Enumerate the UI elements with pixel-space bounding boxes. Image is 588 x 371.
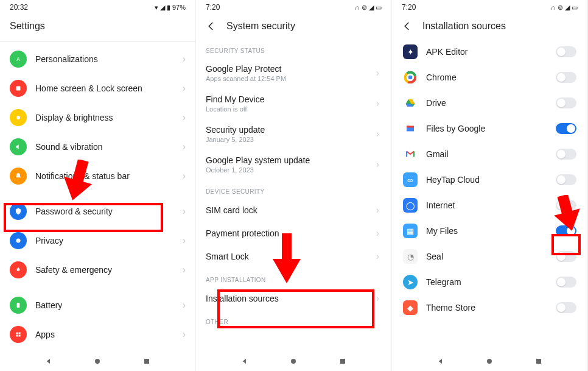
svg-point-9 (95, 359, 100, 364)
toggle[interactable] (556, 123, 576, 134)
toggle[interactable] (556, 97, 576, 108)
row-payment-protection[interactable]: Payment protection › (196, 222, 391, 245)
app-files[interactable]: Files by Google (392, 116, 587, 141)
item-sound[interactable]: Sound & vibration › (0, 132, 195, 161)
clock: 7:20 (402, 3, 416, 12)
sources-list[interactable]: ✦ APK Editor Chrome Drive Files by Googl… (392, 39, 587, 350)
row-security-update[interactable]: Security updateJanuary 5, 2023 › (196, 119, 391, 149)
recents-nav-icon[interactable] (142, 356, 152, 366)
chevron-right-icon: › (376, 293, 379, 304)
item-apps[interactable]: Apps › (0, 320, 195, 349)
signal-icon: ◢ (369, 4, 374, 12)
status-bar: 7:20 ∩ ⊚ ◢ ▭ (196, 0, 391, 15)
back-nav-icon[interactable] (240, 356, 250, 366)
page-header: System security (196, 15, 391, 39)
app-theme-store[interactable]: ◆ Theme Store (392, 295, 587, 320)
nav-bar (0, 350, 195, 371)
home-nav-icon[interactable] (485, 356, 494, 366)
home-nav-icon[interactable] (289, 356, 298, 366)
back-nav-icon[interactable] (44, 356, 54, 366)
security-list[interactable]: SECURITY STATUS Google Play ProtectApps … (196, 39, 391, 350)
page-title: Installation sources (422, 21, 506, 32)
recents-nav-icon[interactable] (534, 356, 544, 366)
telegram-icon: ➤ (403, 275, 418, 289)
svg-point-17 (408, 76, 413, 80)
app-my-files[interactable]: ▦ My Files (392, 218, 587, 244)
chevron-right-icon: › (183, 171, 186, 182)
heytap-icon: ∞ (403, 172, 418, 187)
app-telegram[interactable]: ➤ Telegram (392, 269, 587, 295)
toggle[interactable] (556, 251, 576, 262)
clock: 7:20 (206, 3, 220, 12)
app-seal[interactable]: ◔ Seal (392, 244, 587, 269)
recents-nav-icon[interactable] (338, 356, 348, 366)
home-nav-icon[interactable] (93, 356, 102, 366)
row-smart-lock[interactable]: Smart Lock › (196, 245, 391, 268)
item-safety[interactable]: Safety & emergency › (0, 255, 195, 284)
item-display[interactable]: Display & brightness › (0, 103, 195, 132)
svg-rect-12 (340, 359, 345, 364)
app-apk-editor[interactable]: ✦ APK Editor (392, 39, 587, 65)
item-battery[interactable]: Battery › (0, 291, 195, 320)
section-other: OTHER (196, 310, 391, 329)
system-security-screen: 7:20 ∩ ⊚ ◢ ▭ System security SECURITY ST… (196, 0, 392, 371)
item-home-lock[interactable]: Home screen & Lock screen › (0, 74, 195, 103)
row-play-protect[interactable]: Google Play ProtectApps scanned at 12:54… (196, 58, 391, 88)
section-device-security: DEVICE SECURITY (196, 180, 391, 199)
back-nav-icon[interactable] (436, 356, 446, 366)
back-button[interactable] (206, 21, 217, 32)
row-find-my-device[interactable]: Find My DeviceLocation is off › (196, 88, 391, 119)
svg-point-2 (16, 116, 20, 119)
toggle[interactable] (556, 302, 576, 313)
drive-icon (403, 96, 418, 110)
svg-rect-1 (16, 87, 21, 91)
toggle[interactable] (556, 46, 576, 57)
toggle[interactable] (556, 277, 576, 288)
page-title: System security (226, 21, 295, 32)
row-play-system-update[interactable]: Google Play system updateOctober 1, 2023… (196, 149, 391, 180)
back-button[interactable] (402, 21, 413, 32)
status-bar: 20:32 ▾ ◢ ▮ 97% (0, 0, 195, 15)
toggle[interactable] (556, 174, 576, 185)
chevron-right-icon: › (376, 205, 379, 216)
clock: 20:32 (10, 3, 28, 12)
svg-point-19 (487, 359, 492, 364)
toggle[interactable] (556, 200, 576, 211)
toggle[interactable] (556, 149, 576, 160)
headset-icon: ∩ (551, 4, 556, 11)
toggle[interactable] (556, 225, 576, 236)
page-header: Installation sources (392, 15, 587, 39)
my-files-icon: ▦ (403, 224, 418, 238)
item-privacy[interactable]: Privacy › (0, 226, 195, 255)
chevron-right-icon: › (183, 235, 186, 246)
row-sim-lock[interactable]: SIM card lock › (196, 199, 391, 222)
notification-icon (10, 168, 27, 185)
headset-icon: ∩ (355, 4, 360, 11)
settings-screen: 20:32 ▾ ◢ ▮ 97% Settings A Personalizati… (0, 0, 196, 371)
app-internet[interactable]: ◯ Internet (392, 193, 587, 218)
svg-point-3 (16, 239, 21, 243)
item-password-security[interactable]: Password & security › (0, 197, 195, 226)
app-drive[interactable]: Drive (392, 90, 587, 116)
chevron-right-icon: › (183, 300, 186, 311)
app-heytap[interactable]: ∞ HeyTap Cloud (392, 167, 587, 193)
item-notifications[interactable]: Notifications & status bar › (0, 161, 195, 191)
row-installation-sources[interactable]: Installation sources › (196, 287, 391, 310)
item-personalizations[interactable]: A Personalizations › (0, 44, 195, 74)
chevron-right-icon: › (183, 112, 186, 123)
app-gmail[interactable]: Gmail (392, 141, 587, 167)
svg-rect-18 (407, 126, 414, 128)
display-icon (10, 109, 27, 126)
page-title: Settings (0, 15, 195, 39)
chevron-right-icon: › (183, 206, 186, 217)
files-icon (403, 121, 418, 136)
app-chrome[interactable]: Chrome (392, 65, 587, 90)
status-icons: ∩ ⊚ ◢ ▭ (355, 4, 382, 12)
home-lock-icon (10, 80, 27, 97)
chevron-right-icon: › (376, 251, 379, 262)
svg-rect-20 (536, 359, 541, 364)
settings-list[interactable]: A Personalizations › Home screen & Lock … (0, 44, 195, 350)
status-bar: 7:20 ∩ ⊚ ◢ ▭ (392, 0, 587, 15)
chevron-right-icon: › (376, 228, 379, 239)
toggle[interactable] (556, 72, 576, 83)
